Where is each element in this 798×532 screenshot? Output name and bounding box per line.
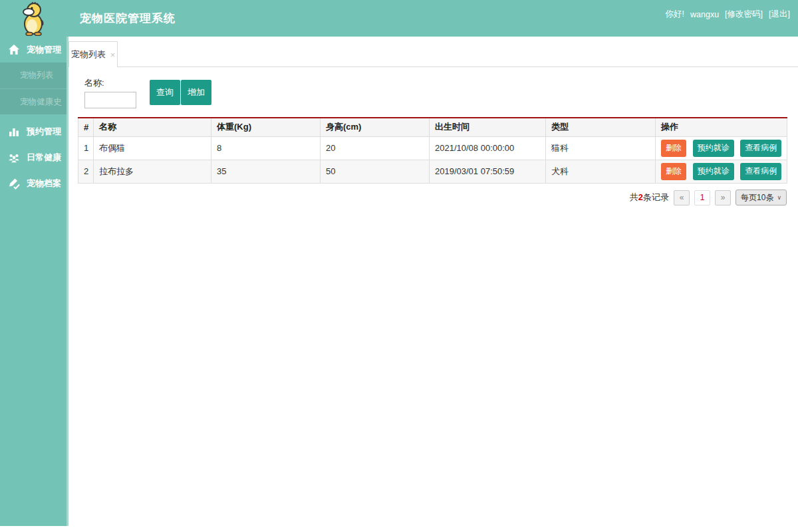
change-password-link[interactable]: [修改密码] [725, 9, 763, 20]
chevron-down-icon: ∨ [777, 194, 781, 201]
cell-operations: 删除 预约就诊 查看病例 [656, 160, 787, 183]
sidebar-item-label: 宠物档案 [27, 178, 61, 190]
name-label: 名称: [84, 77, 136, 89]
cell-type: 犬科 [546, 160, 656, 183]
table-header-row: # 名称 体重(Kg) 身高(cm) 出生时间 类型 操作 [78, 118, 787, 136]
col-header-operations: 操作 [656, 118, 787, 136]
cell-birth-time: 2021/10/08 00:00:00 [430, 136, 546, 160]
view-case-button[interactable]: 查看病例 [740, 163, 781, 180]
next-page-button[interactable]: » [715, 190, 731, 205]
sidebar-item-label: 预约管理 [27, 126, 61, 138]
tab-close-icon[interactable]: × [110, 50, 116, 60]
sidebar-item-label: 日常健康 [27, 152, 61, 164]
cell-weight: 8 [211, 136, 321, 160]
duck-logo-icon [16, 1, 51, 36]
sidebar-submenu: 宠物列表 宠物健康史 [0, 63, 66, 114]
table-row: 2 拉布拉多 35 50 2019/03/01 07:50:59 犬科 删除 预… [78, 160, 787, 183]
col-header-name: 名称 [94, 118, 211, 136]
pen-check-icon [7, 177, 21, 190]
cell-name: 布偶猫 [94, 136, 211, 160]
app-title: 宠物医院管理系统 [80, 0, 176, 37]
query-button[interactable]: 查询 [150, 80, 180, 105]
prev-page-button[interactable]: « [674, 190, 690, 205]
cell-type: 猫科 [546, 136, 656, 160]
table-row: 1 布偶猫 8 20 2021/10/08 00:00:00 猫科 删除 预约就… [78, 136, 787, 160]
add-button[interactable]: 增加 [181, 80, 211, 105]
name-field: 名称: [84, 77, 136, 108]
page-size-label: 每页10条 [741, 192, 773, 203]
cell-height: 20 [321, 136, 430, 160]
username: wangxu [690, 10, 719, 19]
sidebar-item-label: 宠物管理 [27, 44, 61, 56]
col-header-weight: 体重(Kg) [211, 118, 321, 136]
logout-link[interactable]: [退出] [769, 9, 790, 20]
pagination: 共2条记录 « 1 » 每页10条 ∨ [630, 190, 787, 205]
toolbar-buttons: 查询 增加 [150, 80, 211, 105]
tab-bar: 宠物列表 × [68, 37, 798, 67]
current-page-button[interactable]: 1 [694, 190, 710, 205]
cell-index: 1 [78, 136, 94, 160]
view-case-button[interactable]: 查看病例 [740, 140, 781, 157]
bar-chart-icon [7, 125, 21, 138]
search-toolbar: 名称: 查询 增加 [84, 77, 211, 108]
sidebar-subitem-pet-list[interactable]: 宠物列表 [0, 63, 66, 88]
appointment-button[interactable]: 预约就诊 [693, 140, 734, 157]
delete-button[interactable]: 删除 [661, 163, 686, 180]
page-size-select[interactable]: 每页10条 ∨ [735, 190, 787, 205]
main-content: 宠物列表 × 名称: 查询 增加 # 名称 体重(Kg) 身高(cm) 出生时间… [68, 37, 798, 532]
col-header-birth-time: 出生时间 [430, 118, 546, 136]
sidebar-item-appointment-management[interactable]: 预约管理 [0, 118, 66, 144]
sidebar: 宠物管理 宠物列表 宠物健康史 预约管理 日常健康 宠物档案 [0, 37, 68, 526]
sidebar-subitem-pet-health-history[interactable]: 宠物健康史 [0, 88, 66, 114]
total-count: 2 [638, 192, 643, 202]
tab-pet-list[interactable]: 宠物列表 × [68, 41, 118, 67]
appointment-button[interactable]: 预约就诊 [693, 163, 734, 180]
cell-weight: 35 [211, 160, 321, 183]
cell-birth-time: 2019/03/01 07:50:59 [430, 160, 546, 183]
sidebar-item-pet-management[interactable]: 宠物管理 [0, 37, 66, 63]
cell-operations: 删除 预约就诊 查看病例 [656, 136, 787, 160]
cell-index: 2 [78, 160, 94, 183]
home-icon [7, 43, 21, 57]
sidebar-item-daily-health[interactable]: 日常健康 [0, 144, 66, 170]
cell-height: 50 [321, 160, 430, 183]
total-records-text: 共2条记录 [630, 192, 669, 203]
user-area: 你好! wangxu [修改密码] [退出] [666, 9, 790, 20]
delete-button[interactable]: 删除 [661, 140, 686, 157]
col-header-height: 身高(cm) [321, 118, 430, 136]
col-header-type: 类型 [546, 118, 656, 136]
name-input[interactable] [84, 92, 136, 108]
col-header-index: # [78, 118, 94, 136]
cell-name: 拉布拉多 [94, 160, 211, 183]
users-icon [7, 151, 21, 164]
app-header: 宠物医院管理系统 你好! wangxu [修改密码] [退出] [0, 0, 798, 37]
greeting-text: 你好! [666, 9, 684, 20]
sidebar-item-pet-archives[interactable]: 宠物档案 [0, 170, 66, 196]
pet-table: # 名称 体重(Kg) 身高(cm) 出生时间 类型 操作 1 布偶猫 8 20… [78, 117, 787, 184]
tab-label: 宠物列表 [71, 49, 106, 61]
